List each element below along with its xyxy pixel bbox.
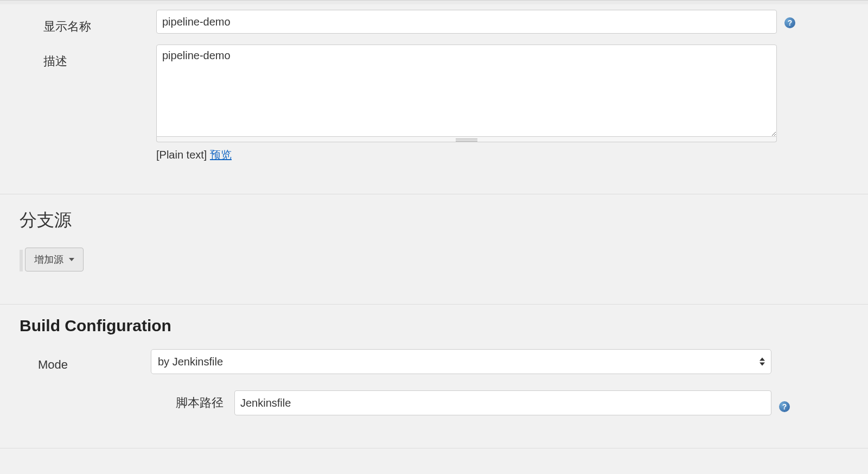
display-name-label: 显示名称 xyxy=(23,10,156,35)
textarea-resize-bar[interactable] xyxy=(156,137,777,142)
description-textarea[interactable] xyxy=(156,45,777,137)
mode-label: Mode xyxy=(17,349,151,372)
branch-sources-section: 分支源 增加源 xyxy=(0,194,868,288)
preview-link[interactable]: 预览 xyxy=(210,149,232,161)
plain-text-label: [Plain text] xyxy=(156,149,207,161)
mode-row: Mode by Jenkinsfile xyxy=(0,349,868,374)
description-format-row: [Plain text] 预览 xyxy=(156,148,777,162)
add-source-button[interactable]: 增加源 xyxy=(25,248,84,271)
add-source-button-label: 增加源 xyxy=(34,253,63,266)
general-section: 显示名称 ? 描述 [Plain text] 预览 xyxy=(0,4,868,178)
display-name-row: 显示名称 ? xyxy=(5,10,863,35)
add-source-wrap: 增加源 xyxy=(0,232,868,288)
script-path-row: 脚本路径 ? xyxy=(0,390,868,415)
description-label: 描述 xyxy=(23,45,156,69)
help-icon[interactable]: ? xyxy=(784,17,795,28)
script-path-label: 脚本路径 xyxy=(17,395,234,411)
top-divider xyxy=(0,0,868,4)
display-name-control-wrap: ? xyxy=(156,10,853,34)
display-name-input[interactable] xyxy=(156,10,777,34)
caret-down-icon xyxy=(69,258,74,261)
accent-bar xyxy=(20,250,23,271)
mode-control-wrap: by Jenkinsfile xyxy=(151,349,858,374)
build-config-section: Build Configuration Mode by Jenkinsfile … xyxy=(0,305,868,415)
build-config-heading: Build Configuration xyxy=(0,305,868,335)
divider-3 xyxy=(0,448,868,448)
mode-select-wrap: by Jenkinsfile xyxy=(151,349,771,374)
help-icon[interactable]: ? xyxy=(779,401,790,412)
script-path-input[interactable] xyxy=(234,390,771,415)
branch-sources-heading: 分支源 xyxy=(0,194,868,232)
mode-select[interactable]: by Jenkinsfile xyxy=(151,349,771,374)
description-row: 描述 [Plain text] 预览 xyxy=(5,45,863,162)
config-page: 显示名称 ? 描述 [Plain text] 预览 分支源 增加源 xyxy=(0,0,868,474)
description-control-wrap: [Plain text] 预览 xyxy=(156,45,777,162)
